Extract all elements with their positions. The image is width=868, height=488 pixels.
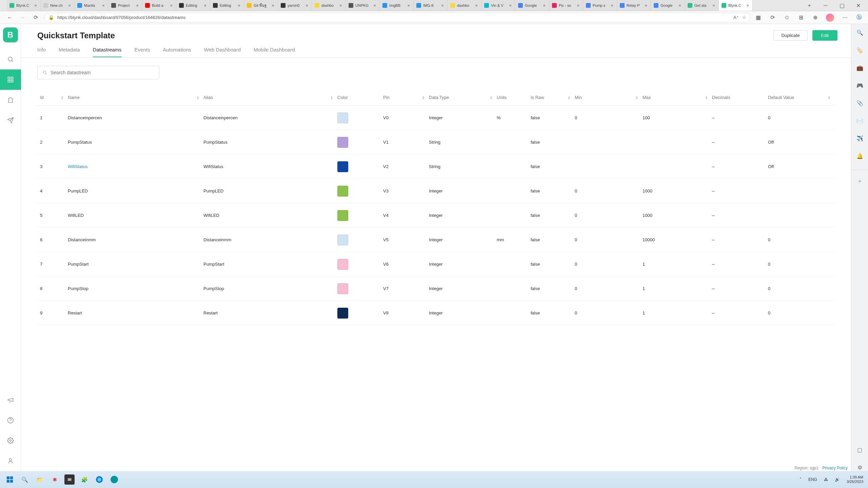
- tab-close-icon[interactable]: ✕: [237, 3, 241, 7]
- favorite-icon[interactable]: ☆: [742, 15, 746, 20]
- extension-icon[interactable]: ▦: [755, 14, 762, 21]
- col-type[interactable]: Data Type: [429, 95, 449, 100]
- tab-close-icon[interactable]: ✕: [271, 3, 275, 7]
- back-button[interactable]: ←: [5, 13, 14, 22]
- sync-icon[interactable]: ⟳: [769, 14, 776, 21]
- tab-metadata[interactable]: Metadata: [59, 47, 80, 57]
- tab-close-icon[interactable]: ✕: [67, 3, 72, 7]
- browser-tab[interactable]: Get sta ✕: [685, 0, 719, 11]
- sr-plane-icon[interactable]: ✈️: [856, 135, 864, 142]
- search-icon[interactable]: [0, 49, 21, 69]
- sr-games-icon[interactable]: 🎮: [856, 82, 864, 89]
- col-units[interactable]: Units: [497, 95, 507, 100]
- tab-close-icon[interactable]: ✕: [135, 3, 139, 7]
- table-row[interactable]: 2 PumpStatus PumpStatus V1 String false …: [37, 130, 835, 155]
- collections-icon[interactable]: ⊕: [812, 14, 818, 21]
- profile-avatar[interactable]: [826, 14, 834, 22]
- search-input[interactable]: [51, 70, 154, 75]
- table-row[interactable]: 8 PumpStop PumpStop V7 Integer false 0 1…: [37, 277, 835, 301]
- table-row[interactable]: 4 PumpLED PumpLED V3 Integer false 0 100…: [37, 179, 835, 203]
- col-color[interactable]: Color: [337, 95, 348, 100]
- tab-close-icon[interactable]: ✕: [678, 3, 682, 7]
- minimize-button[interactable]: ─: [823, 2, 829, 8]
- duplicate-button[interactable]: Duplicate: [773, 30, 807, 41]
- tray-lang[interactable]: ENG: [808, 477, 817, 482]
- privacy-link[interactable]: Privacy Policy: [822, 466, 848, 470]
- browser-tab[interactable]: ImgBB ✕: [380, 0, 414, 11]
- tab-web-dashboard[interactable]: Web Dashboard: [204, 47, 241, 57]
- tray-chevron-icon[interactable]: ˄: [800, 477, 802, 482]
- browser-tab[interactable]: UNPKG ✕: [346, 0, 380, 11]
- messages-icon[interactable]: [0, 110, 21, 130]
- tab-close-icon[interactable]: ✕: [169, 3, 173, 7]
- browser-tab[interactable]: Google ✕: [515, 0, 549, 11]
- col-raw[interactable]: Is Raw: [531, 95, 544, 100]
- edge-icon[interactable]: [94, 474, 104, 485]
- browser-tab[interactable]: Blynk.C ✕: [7, 0, 41, 11]
- table-row[interactable]: 3 WifiStatus WifiStatus V2 String false …: [37, 155, 835, 179]
- close-window-button[interactable]: ✕: [855, 2, 861, 8]
- app-icon-2[interactable]: IM: [64, 474, 75, 485]
- browser-tab[interactable]: Editing ✕: [210, 0, 244, 11]
- maximize-button[interactable]: ▢: [839, 2, 845, 8]
- new-tab-button[interactable]: ＋: [806, 2, 812, 8]
- tray-network-icon[interactable]: 🖧: [824, 477, 828, 482]
- table-row[interactable]: 5 WifiLED WifiLED V4 Integer false 0 100…: [37, 203, 835, 228]
- start-button[interactable]: [5, 474, 15, 485]
- sr-outlook-icon[interactable]: ✉️: [856, 117, 864, 124]
- browser-tab[interactable]: Blynk.C ✕: [719, 0, 753, 11]
- browser-tab[interactable]: Relay P ✕: [617, 0, 651, 11]
- refresh-button[interactable]: ⟳: [31, 13, 40, 22]
- col-max[interactable]: Max: [643, 95, 651, 100]
- menu-icon[interactable]: ⋯: [842, 14, 848, 21]
- tab-close-icon[interactable]: ✕: [407, 3, 411, 7]
- col-name[interactable]: Name: [68, 95, 80, 100]
- table-row[interactable]: 7 PumpStart PumpStart V6 Integer false 0…: [37, 252, 835, 277]
- search-datastream[interactable]: [37, 66, 159, 79]
- templates-icon[interactable]: [0, 69, 21, 90]
- col-default[interactable]: Default Value: [768, 95, 794, 100]
- sr-settings-icon[interactable]: ⚙: [856, 464, 864, 471]
- url-box[interactable]: 🔒 https://blynk.cloud/dashboard/97056/pr…: [44, 13, 751, 22]
- tab-close-icon[interactable]: ✕: [610, 3, 614, 7]
- browser-tab[interactable]: dashbo ✕: [448, 0, 481, 11]
- tab-close-icon[interactable]: ✕: [34, 3, 38, 7]
- announce-icon[interactable]: [0, 390, 21, 410]
- tab-close-icon[interactable]: ✕: [746, 3, 750, 7]
- search-taskbar-icon[interactable]: 🔍: [20, 474, 30, 485]
- tab-close-icon[interactable]: ✕: [203, 3, 207, 7]
- tab-mobile-dashboard[interactable]: Mobile Dashboard: [254, 47, 295, 57]
- browser-tab[interactable]: dashbo ✕: [312, 0, 346, 11]
- tab-close-icon[interactable]: ✕: [576, 3, 580, 7]
- help-icon[interactable]: [0, 410, 21, 430]
- table-row[interactable]: 9 Restart Restart V8 Integer false 0 1 –…: [37, 301, 835, 325]
- browser-tab[interactable]: Git พื้นฐ ✕: [244, 0, 278, 11]
- sr-office-icon[interactable]: 📎: [856, 99, 864, 107]
- sr-collapse-icon[interactable]: ▢: [856, 446, 864, 453]
- tab-datastreams[interactable]: Datastreams: [93, 47, 122, 57]
- browser-tab[interactable]: Vin & V ✕: [481, 0, 515, 11]
- col-min[interactable]: Min: [575, 95, 582, 100]
- browser-tab[interactable]: Mantis ✕: [75, 0, 108, 11]
- browser-tab[interactable]: Pump s ✕: [583, 0, 617, 11]
- col-id[interactable]: Id: [40, 95, 44, 100]
- browser-tab[interactable]: IMG-8 ✕: [414, 0, 448, 11]
- tab-close-icon[interactable]: ✕: [373, 3, 377, 7]
- settings-icon[interactable]: [0, 430, 21, 451]
- tab-events[interactable]: Events: [135, 47, 150, 57]
- browser-tab[interactable]: Build a ✕: [142, 0, 176, 11]
- tab-close-icon[interactable]: ✕: [101, 3, 105, 7]
- tab-close-icon[interactable]: ✕: [542, 3, 546, 7]
- browser-tab[interactable]: yamin0 ✕: [278, 0, 312, 11]
- user-icon[interactable]: [0, 451, 21, 471]
- tab-close-icon[interactable]: ✕: [508, 3, 512, 7]
- sr-search-icon[interactable]: 🔍: [856, 29, 864, 36]
- extensions-icon[interactable]: ⊞: [797, 14, 804, 21]
- browser-tab[interactable]: New ch ✕: [41, 0, 75, 11]
- bing-chat-icon[interactable]: ⓑ: [856, 14, 863, 21]
- explorer-icon[interactable]: 📁: [35, 474, 45, 485]
- read-aloud-icon[interactable]: A⁺: [733, 15, 739, 20]
- table-row[interactable]: 6 Distanceinmm Distanceinmm V5 Integer m…: [37, 228, 835, 252]
- tab-close-icon[interactable]: ✕: [305, 3, 309, 7]
- arduino-icon[interactable]: [109, 474, 119, 485]
